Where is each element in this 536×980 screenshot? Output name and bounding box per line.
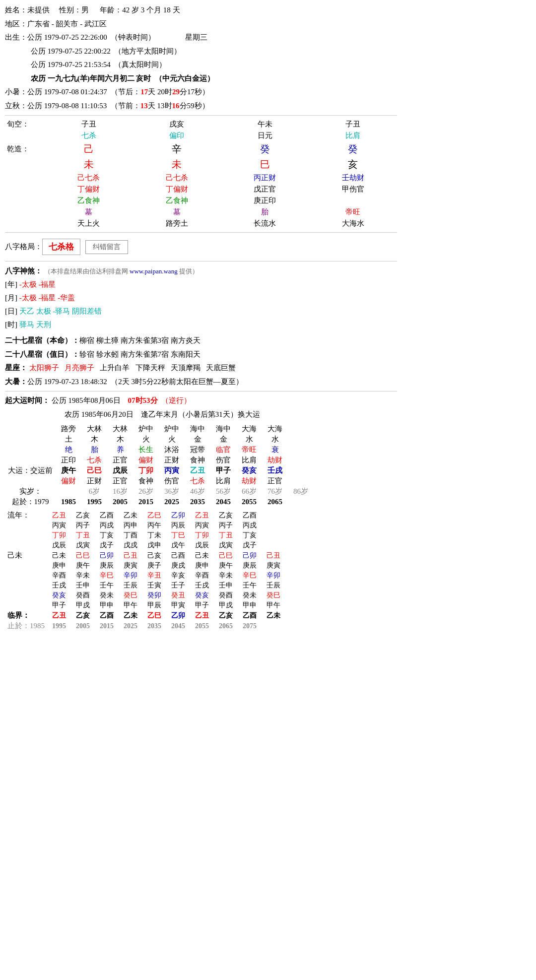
sub1-2: 丙正财 <box>221 172 309 184</box>
dayun-state: 衰 <box>262 445 288 455</box>
sub3-1: 乙食神 <box>133 195 221 206</box>
dayun-start-solar: 公历 1985年08月06日 <box>52 396 121 404</box>
state-row: 墓 墓 胎 帝旺 <box>5 206 397 218</box>
dayun-row-label <box>5 424 56 434</box>
xunkong-0: 子丑 <box>45 119 133 130</box>
dizhi-row: 未 未 巳 亥 <box>5 157 397 172</box>
dayun-row-label <box>5 434 56 445</box>
liuyun-row: 流年：乙丑乙亥乙酉乙未乙巳乙卯乙丑乙亥乙酉 <box>5 510 285 521</box>
liqiu-note: （节前： <box>111 102 140 110</box>
dayun-state: 养 <box>107 445 133 455</box>
name-label: 姓名： <box>5 6 27 14</box>
role-2: 日元 <box>221 130 309 141</box>
dayun-start-line1: 起大运时间： 公历 1985年08月06日 07时53分 （逆行） <box>5 394 397 407</box>
dashu-val: 公历 1979-07-23 18:48:32 <box>27 378 107 386</box>
shen-link[interactable]: www.paipan.wang <box>130 267 178 275</box>
gaju-btn[interactable]: 纠错留言 <box>85 240 128 254</box>
dayun-qian: 交运前 <box>30 466 53 474</box>
dayun-cell: 炉中 <box>133 424 159 434</box>
role-0: 七杀 <box>45 130 133 141</box>
dayun-table: 路旁大林大林炉中炉中海中海中大海大海土木木火火金金水水绝胎养长生沐浴冠带临官帝旺… <box>5 424 314 507</box>
dayun-start-label: 起大运时间： <box>5 396 50 404</box>
dayun-cell: 海中 <box>210 424 236 434</box>
shen-item-1: [月] -太极 -福星 -华盖 <box>5 291 397 305</box>
sub1-row: 己七杀 己七杀 丙正财 壬劫财 <box>5 172 397 184</box>
xz-3: 下降天秤 <box>135 364 165 372</box>
dashu-label: 大暑： <box>5 378 27 386</box>
birth-solar3: 公历 1979-07-25 21:53:54 <box>31 61 111 68</box>
dayun-start-lunar: 农历 1985年06月20日 <box>65 410 134 418</box>
birth-label: 出生： <box>5 33 27 41</box>
dayun-start-line2: 农历 1985年06月20日 逢乙年末月（小暑后第31天）换大运 <box>5 408 397 421</box>
dayun-cell: 金 <box>210 434 236 445</box>
dayun-cell: 大林 <box>81 424 107 434</box>
dayun-cell: 木 <box>81 434 107 445</box>
xunkong-2: 午未 <box>221 119 309 130</box>
shen-title-line: 八字神煞： （本排盘结果由信达利排盘网 www.paipan.wang 提供） <box>5 264 397 278</box>
birth-line2: 公历 1979-07-25 22:00:22 （地方平太阳时间） <box>5 45 397 58</box>
liuyun-section: 流年：乙丑乙亥乙酉乙未乙巳乙卯乙丑乙亥乙酉丙寅丙子丙戌丙申丙午丙辰丙寅丙子丙戌丁… <box>5 509 397 632</box>
liuyun-row: 壬戌壬申壬午壬辰壬寅壬子壬戌壬申壬午壬辰 <box>5 581 285 590</box>
xz-1: 月亮狮子 <box>65 364 94 372</box>
dayun-state: 绝 <box>56 445 81 455</box>
age-value: 42 岁 3 个月 18 天 <box>122 6 180 14</box>
shen-year-items: -太极 -福星 <box>19 280 56 288</box>
gaju-value: 七杀格 <box>49 241 74 253</box>
sub3-row: 乙食神 乙食神 庚正印 <box>5 195 397 206</box>
dayun-state: 帝旺 <box>236 445 262 455</box>
liqiu-mid: 天 13时 <box>148 102 172 110</box>
xingxiu-27-label: 二十七星宿（本命）： <box>5 336 79 344</box>
dz-0: 未 <box>45 157 133 172</box>
liuyun-row: 丙寅丙子丙戌丙申丙午丙辰丙寅丙子丙戌 <box>5 521 285 530</box>
tiangan-row: 乾造： 己 辛 癸 癸 <box>5 141 397 157</box>
nayin-1: 路旁土 <box>133 218 221 229</box>
birth-line1: 出生：公历 1979-07-25 22:26:00 （钟表时间） 星期三 <box>5 31 397 44</box>
birth-true: （真太阳时间） <box>114 61 166 68</box>
state-1: 墓 <box>133 206 221 218</box>
dz-3: 亥 <box>309 157 398 172</box>
bazi-section: 旬空： 子丑 戌亥 午未 子丑 七杀 偏印 日元 比肩 乾造： 己 辛 癸 癸 <box>5 119 397 229</box>
dayun-start-detail: 逢乙年末月（小暑后第31天）换大运 <box>141 410 260 418</box>
dayun-start-time: 07时53分 <box>128 396 158 404</box>
birth-lunar: 农历 一九七九(羊)年闰六月初二 亥时 <box>31 74 151 82</box>
liqiu-label: 立秋： <box>5 102 27 110</box>
state-0: 墓 <box>45 206 133 218</box>
birth-clock: （钟表时间） <box>111 33 155 41</box>
dayun-state: 长生 <box>133 445 159 455</box>
state-2: 胎 <box>221 206 309 218</box>
birth-lunar-line: 农历 一九七九(羊)年闰六月初二 亥时 （中元六白金运） <box>5 72 397 85</box>
xunkong-label: 旬空： <box>5 119 45 130</box>
dayun-cell: 水 <box>262 434 288 445</box>
tg-1: 辛 <box>133 141 221 157</box>
liqiu-end: 分59秒） <box>180 102 209 110</box>
shen-day-bracket: [日] <box>5 307 19 315</box>
liuyun-table: 流年：乙丑乙亥乙酉乙未乙巳乙卯乙丑乙亥乙酉丙寅丙子丙戌丙申丙午丙辰丙寅丙子丙戌丁… <box>5 510 285 631</box>
dayun-start-note: （逆行） <box>161 396 191 404</box>
birth-solar2: 公历 1979-07-25 22:00:22 <box>31 47 111 55</box>
liuyun-row: 癸亥癸酉癸未癸巳癸卯癸丑癸亥癸酉癸未癸巳 <box>5 590 285 600</box>
xiaoshu-label: 小暑： <box>5 88 27 96</box>
tg-2: 癸 <box>221 141 309 157</box>
region-line: 地区：广东省 - 韶关市 - 武江区 <box>5 18 397 31</box>
xingxiu-28-label: 二十八星宿（值日）： <box>5 350 79 358</box>
gaju-line: 八字格局： 七杀格 纠错留言 <box>5 236 397 258</box>
gaju-box: 七杀格 <box>42 239 80 255</box>
bazi-table: 旬空： 子丑 戌亥 午未 子丑 七杀 偏印 日元 比肩 乾造： 己 辛 癸 癸 <box>5 119 397 229</box>
xz-0: 太阳狮子 <box>29 364 59 372</box>
sub1-3: 壬劫财 <box>309 172 398 184</box>
shen-hour-bracket: [时] <box>5 321 19 328</box>
xiaoshu-m: 29 <box>172 88 180 96</box>
region-value: 广东省 - 韶关市 - 武江区 <box>27 20 107 28</box>
xingxiu-27: 二十七星宿（本命）：柳宿 柳土獐 南方朱雀第3宿 南方炎天 <box>5 334 397 347</box>
sub3-2: 庚正印 <box>221 195 309 206</box>
dayun-section: 路旁大林大林炉中炉中海中海中大海大海土木木火火金金水水绝胎养长生沐浴冠带临官帝旺… <box>5 422 397 509</box>
divider4 <box>5 391 397 392</box>
xunkong-1: 戌亥 <box>133 119 221 130</box>
liuyun-row: 庚申庚午庚辰庚寅庚子庚戌庚申庚午庚辰庚寅 <box>5 561 285 571</box>
dashu-line: 大暑：公历 1979-07-23 18:48:32 （2天 3时5分22秒前太阳… <box>5 376 397 389</box>
xingxiu-27-val: 柳宿 柳土獐 南方朱雀第3宿 南方炎天 <box>79 336 201 344</box>
dayun-cell: 火 <box>133 434 159 445</box>
xiaoshu-d: 17 <box>140 88 148 96</box>
xz-4: 天顶摩羯 <box>171 364 201 372</box>
liuyun-row: 甲子甲戌甲申甲午甲辰甲寅甲子甲戌甲申甲午 <box>5 600 285 610</box>
